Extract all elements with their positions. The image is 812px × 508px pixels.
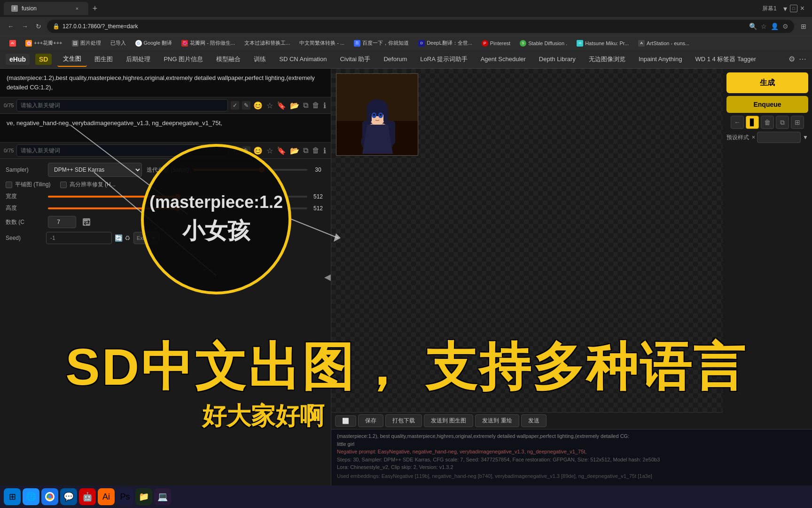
emoji-btn[interactable]: 😊 — [252, 100, 264, 111]
new-tab-button[interactable]: + — [88, 2, 102, 15]
tab-close-button[interactable]: × — [73, 5, 81, 12]
batch-count-input[interactable] — [48, 216, 76, 228]
seed-recycle-icon[interactable]: ♻ — [125, 234, 131, 242]
nav-tab-tagger[interactable]: WD 1 4 标签器 Tagger — [689, 52, 761, 66]
bookmark-baidu[interactable]: 百 百度一下，你就知道 — [350, 39, 413, 48]
taskbar-edge-icon[interactable]: 🌐 — [23, 488, 39, 505]
neg-star-btn[interactable]: ☆ — [265, 145, 274, 156]
nav-tab-pnginfo[interactable]: PNG 图片信息 — [158, 52, 209, 66]
folder-btn[interactable]: 📂 — [289, 100, 300, 111]
trash-btn[interactable]: 🗑 — [311, 100, 320, 111]
bookmark-btn[interactable]: 🔖 — [276, 100, 287, 111]
app-logo-sd: SD — [35, 54, 52, 65]
taskbar-app-icon[interactable]: 💻 — [154, 488, 171, 505]
translate-btn2[interactable]: ✎ — [242, 101, 250, 110]
nav-tab-deforum[interactable]: Deforum — [378, 53, 413, 65]
taskbar-explorer-icon[interactable]: 📁 — [135, 488, 152, 505]
window-close[interactable]: × — [800, 4, 804, 13]
neg-info-btn[interactable]: ℹ — [322, 145, 327, 156]
forward-button[interactable]: → — [20, 21, 30, 32]
positive-prompt-text[interactable]: (masterpiece:1.2),best quality,masterpie… — [0, 69, 331, 97]
download-button[interactable]: 打包下载 — [385, 414, 422, 427]
generate-button[interactable]: 生成 — [726, 72, 808, 93]
nav-more-icon[interactable]: ⋯ — [799, 55, 806, 64]
save-button[interactable]: 保存 — [358, 414, 383, 427]
bookmark-miku[interactable]: H Hatsune Miku: Pr... — [573, 39, 632, 48]
translate-btn[interactable]: ✓ — [231, 101, 239, 110]
nav-tab-sdcn[interactable]: SD CN Animation — [273, 53, 332, 65]
enqueue-button[interactable]: Enqueue — [726, 96, 808, 113]
star-btn[interactable]: ☆ — [265, 100, 274, 111]
tiling-checkbox[interactable] — [6, 182, 12, 188]
folder-button[interactable]: ⬜ — [335, 415, 356, 427]
bookmark-flowers[interactable]: 🌸 +++花瓣+++ — [22, 39, 66, 48]
search-icon[interactable]: 🔍 — [749, 23, 757, 30]
seed-label: Seed) — [6, 235, 43, 241]
nav-tab-txt2img[interactable]: 文生图 — [57, 52, 87, 67]
active-tab[interactable]: f fusion × — [4, 2, 88, 15]
screen-label: 屏幕1 — [762, 5, 777, 13]
taskbar-ps-icon[interactable]: Ps — [117, 488, 133, 505]
bookmark-huaban[interactable]: 🌺 花瓣网 - 陪你做生... — [178, 39, 239, 48]
positive-prompt-input[interactable] — [16, 99, 228, 111]
trash-icon2[interactable]: 🗑 — [761, 116, 774, 129]
window-restore[interactable]: □ — [790, 5, 797, 12]
hires-checkbox[interactable] — [60, 182, 67, 188]
bookmark-icon[interactable]: ☆ — [761, 23, 767, 30]
taskbar-chrome-icon[interactable] — [41, 488, 58, 505]
address-bar[interactable]: 🔒 127.0.0.1:7860/?_theme=dark 🔍 ☆ 👤 ⚙ — [47, 20, 794, 33]
nav-tab-inpaint[interactable]: Inpaint Anything — [633, 53, 688, 65]
reload-button[interactable]: ↻ — [34, 21, 43, 32]
send-inpaint-button[interactable]: 发送到 重绘 — [475, 414, 519, 427]
nav-tab-depth[interactable]: Depth Library — [533, 53, 581, 65]
preset-input[interactable] — [757, 132, 801, 143]
preset-close-icon[interactable]: × — [752, 134, 755, 141]
nav-tab-civitai[interactable]: Civitai 助手 — [334, 52, 376, 66]
copy-btn[interactable]: ⧉ — [302, 100, 309, 111]
taskbar-windows-icon[interactable]: ⊞ — [4, 488, 21, 505]
neg-folder-btn[interactable]: 📂 — [289, 145, 300, 156]
info-btn[interactable]: ℹ — [322, 100, 327, 111]
nav-tab-img2img[interactable]: 图生图 — [89, 52, 118, 66]
copy-icon2[interactable]: ⧉ — [776, 116, 789, 129]
send-img2img-button[interactable]: 发送到 图生图 — [424, 414, 473, 427]
nav-tab-train[interactable]: 训练 — [248, 52, 272, 66]
bookmark-convert[interactable]: 中文简繁体转换 - ... — [296, 39, 348, 48]
taskbar-wechat-icon[interactable]: 💬 — [60, 488, 77, 505]
extensions-icon[interactable]: ⊞ — [801, 23, 806, 30]
bookmark-artstation[interactable]: A ArtStation - euns... — [634, 39, 693, 48]
bookmark-pinterest[interactable]: P Pinterest — [478, 39, 514, 48]
bookmark-text[interactable]: 文本过滤和替换工... — [241, 39, 294, 48]
arrow-left-icon[interactable]: ← — [731, 116, 744, 129]
seed-refresh-icon[interactable]: 🔄 — [115, 234, 123, 242]
negative-prompt-text[interactable]: ve, negative_hand-neg, verybadimagenegat… — [0, 114, 331, 142]
bookmark-imported[interactable]: 已导入 — [107, 39, 130, 48]
neg-trash-btn[interactable]: 🗑 — [311, 145, 320, 156]
neg-copy-btn[interactable]: ⧉ — [302, 145, 309, 156]
swap-icon[interactable]: ⇄ — [83, 218, 90, 226]
bookmark-google[interactable]: G Google 翻译 — [132, 39, 176, 48]
more-icon[interactable]: ⊞ — [791, 116, 804, 129]
profile-icon[interactable]: 👤 — [771, 23, 779, 30]
bookmark-deepl[interactable]: D DeepL翻译：全世... — [414, 39, 476, 48]
window-minimize[interactable]: ▾ — [783, 4, 787, 13]
audio-icon[interactable]: ◀ — [324, 272, 331, 282]
preset-chevron-icon[interactable]: ▼ — [803, 134, 808, 141]
nav-tab-merge[interactable]: 模型融合 — [211, 52, 246, 66]
back-button[interactable]: ← — [6, 21, 16, 32]
extension-icon[interactable]: ⚙ — [782, 23, 789, 30]
nav-tab-lora[interactable]: LoRA 提示词助手 — [414, 52, 473, 66]
bookmark-ai[interactable]: AI — [6, 39, 20, 48]
settings-icon[interactable]: ⚙ — [789, 55, 795, 64]
sampler-select[interactable]: DPM++ SDE Karras — [48, 163, 142, 177]
taskbar-ai-icon[interactable]: 🤖 — [79, 488, 96, 505]
send-more-button[interactable]: 发送 — [521, 414, 547, 427]
nav-tab-postprocess[interactable]: 后期处理 — [120, 52, 156, 66]
nav-tab-agent[interactable]: Agent Scheduler — [475, 53, 531, 65]
bookmark-imgprocess[interactable]: 🖼 图片处理 — [68, 39, 105, 48]
bookmark-sd[interactable]: S Stable Diffusion . — [516, 39, 571, 48]
layout-icon[interactable]: ▊ — [746, 116, 759, 129]
neg-bookmark-btn[interactable]: 🔖 — [276, 145, 287, 156]
taskbar-illustrator-icon[interactable]: Ai — [98, 488, 115, 505]
nav-tab-gallery[interactable]: 无边图像浏览 — [583, 52, 631, 66]
